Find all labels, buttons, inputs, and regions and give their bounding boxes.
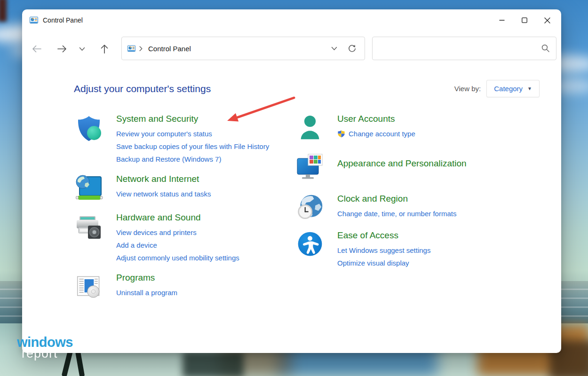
view-by-dropdown[interactable]: Category ▼ [486, 80, 540, 97]
view-by-value: Category [494, 85, 523, 93]
breadcrumb-chevron-icon [139, 46, 143, 51]
address-bar[interactable]: Control Panel [121, 37, 365, 60]
breadcrumb[interactable]: Control Panel [148, 45, 191, 53]
control-panel-window: Control Panel [22, 9, 561, 353]
task-link[interactable]: Add a device [116, 239, 239, 251]
task-link[interactable]: Save backup copies of your files with Fi… [116, 140, 269, 153]
task-link-label: Change account type [349, 127, 415, 140]
task-link[interactable]: View network status and tasks [116, 188, 211, 200]
desktop: Control Panel [0, 0, 588, 376]
category-column-right: User Accounts Change account type [295, 114, 552, 309]
uac-shield-icon [337, 130, 345, 138]
navigation-bar: Control Panel [22, 31, 561, 69]
page-title: Adjust your computer's settings [74, 83, 211, 94]
programs-icon[interactable] [74, 273, 104, 301]
address-dropdown-chevron-icon[interactable] [327, 39, 341, 58]
category-hardware-and-sound: Hardware and Sound View devices and prin… [74, 212, 295, 264]
task-link[interactable]: View devices and printers [116, 226, 239, 239]
search-input[interactable] [373, 37, 556, 60]
category-title[interactable]: System and Security [116, 114, 269, 124]
category-system-and-security: System and Security Review your computer… [74, 114, 295, 165]
task-link[interactable]: Change account type [337, 127, 415, 140]
printer-speaker-icon[interactable] [74, 212, 104, 243]
category-ease-of-access: Ease of Access Let Windows suggest setti… [295, 230, 552, 269]
category-title[interactable]: Hardware and Sound [116, 212, 239, 223]
task-link[interactable]: Backup and Restore (Windows 7) [116, 153, 269, 165]
category-text: User Accounts Change account type [337, 114, 415, 140]
category-user-accounts: User Accounts Change account type [295, 114, 552, 143]
window-title: Control Panel [43, 16, 83, 24]
title-bar[interactable]: Control Panel [22, 9, 561, 31]
view-by-label: View by: [454, 85, 481, 93]
category-grid: System and Security Review your computer… [74, 114, 552, 309]
window-controls [491, 9, 558, 31]
refresh-icon[interactable] [345, 39, 359, 58]
task-link[interactable]: Uninstall a program [116, 286, 177, 299]
category-appearance-and-personalization: Appearance and Personalization [295, 151, 552, 181]
monitor-tiles-icon[interactable] [295, 151, 325, 181]
user-icon[interactable] [295, 114, 325, 143]
task-link[interactable]: Review your computer's status [116, 127, 269, 140]
close-button[interactable] [536, 9, 558, 31]
recent-locations-chevron-icon[interactable] [76, 39, 88, 58]
control-panel-app-icon [30, 16, 38, 24]
network-icon[interactable] [74, 174, 104, 204]
category-programs: Programs Uninstall a program [74, 273, 295, 301]
up-button[interactable] [96, 39, 113, 58]
category-title[interactable]: Programs [116, 273, 177, 283]
category-title[interactable]: User Accounts [337, 114, 415, 124]
category-text: Hardware and Sound View devices and prin… [116, 212, 239, 264]
category-text: Programs Uninstall a program [116, 273, 177, 299]
forward-button[interactable] [54, 39, 71, 58]
category-column-left: System and Security Review your computer… [74, 114, 295, 309]
wallpaper-detail [0, 0, 7, 22]
category-text: Network and Internet View network status… [116, 174, 211, 200]
search-icon[interactable] [541, 44, 550, 55]
category-network-and-internet: Network and Internet View network status… [74, 174, 295, 204]
category-text: System and Security Review your computer… [116, 114, 269, 165]
shield-icon[interactable] [74, 114, 104, 144]
task-link[interactable]: Let Windows suggest settings [337, 244, 430, 257]
task-link[interactable]: Optimize visual display [337, 257, 430, 269]
control-panel-breadcrumb-icon [127, 45, 135, 53]
task-link[interactable]: Change date, time, or number formats [337, 207, 456, 220]
wallpaper-silhouette [183, 352, 244, 376]
category-title[interactable]: Ease of Access [337, 230, 430, 241]
maximize-button[interactable] [513, 9, 536, 31]
category-title[interactable]: Network and Internet [116, 174, 211, 184]
category-text: Clock and Region Change date, time, or n… [337, 194, 456, 220]
task-link[interactable]: Adjust commonly used mobility settings [116, 251, 239, 264]
view-by-group: View by: Category ▼ [454, 80, 540, 97]
header-row: Adjust your computer's settings View by:… [74, 80, 540, 97]
category-text: Appearance and Personalization [337, 151, 467, 172]
search-box [372, 37, 556, 60]
category-title[interactable]: Clock and Region [337, 194, 456, 204]
back-button[interactable] [28, 39, 45, 58]
category-clock-and-region: Clock and Region Change date, time, or n… [295, 194, 552, 222]
accessibility-icon[interactable] [295, 230, 325, 258]
category-text: Ease of Access Let Windows suggest setti… [337, 230, 430, 269]
globe-clock-icon[interactable] [295, 194, 325, 222]
minimize-button[interactable] [491, 9, 513, 31]
category-title[interactable]: Appearance and Personalization [337, 158, 467, 169]
chevron-down-icon: ▼ [527, 86, 532, 91]
